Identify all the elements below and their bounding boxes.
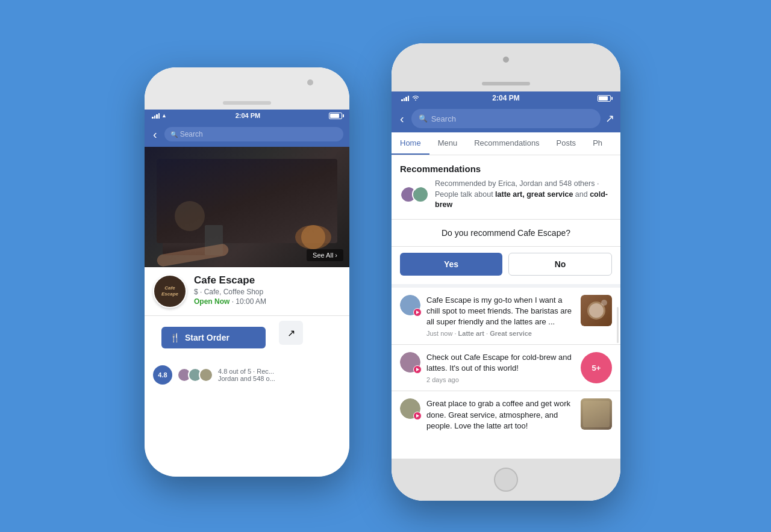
back-status-bar: ▲ 2:04 PM	[145, 110, 349, 122]
tab-posts[interactable]: Posts	[548, 132, 585, 155]
front-camera-icon	[503, 57, 509, 63]
front-battery-icon	[598, 95, 611, 102]
rating-text-area: 4.8 out of 5 · Rec... Jordan and 548 o..…	[218, 368, 275, 382]
review-text-3: Great place to grab a coffee and get wor…	[426, 398, 575, 431]
cafe-hero-image: See All ›	[145, 147, 349, 267]
back-battery-icon	[329, 113, 342, 119]
front-search-text: Search	[431, 114, 456, 123]
share-icon: ↗	[287, 327, 295, 339]
front-wifi-icon	[412, 95, 419, 102]
play-badge-3	[413, 412, 422, 420]
rec-avatar-2	[412, 186, 429, 203]
cafe-hours: · 10:00 AM	[232, 297, 266, 306]
recommend-question-text: Do you recommend Cafe Escape?	[392, 220, 620, 247]
back-speaker-icon	[223, 101, 271, 105]
recommendation-summary: Recommended by Erica, Jordan and 548 oth…	[392, 179, 620, 220]
front-home-button[interactable]	[494, 468, 518, 492]
front-status-time: 2:04 PM	[492, 94, 519, 102]
front-search-icon: 🔍	[419, 114, 428, 123]
cafe-info-section: CafeEscape Cafe Escape $ · Cafe, Coffee …	[145, 267, 349, 316]
back-status-time: 2:04 PM	[236, 112, 261, 119]
back-search-icon: 🔍	[170, 131, 178, 138]
signal-bar-4	[158, 113, 160, 119]
review-item-1: Cafe Escape is my go-to when I want a ch…	[392, 288, 620, 345]
recommend-buttons: Yes No	[392, 247, 620, 288]
play-badge-2	[413, 365, 422, 374]
review-avatar-3	[400, 398, 420, 419]
recommendations-header: Recommendations	[392, 155, 620, 179]
review-meta-1: Just now · Latte art · Great service	[426, 330, 575, 337]
review-time-2: 2 days ago	[426, 376, 459, 383]
review-meta-2: 2 days ago	[426, 376, 575, 383]
front-phone: 2:04 PM ‹ 🔍 Search ↗	[392, 43, 620, 501]
rec-friend-avatars	[400, 179, 429, 211]
back-phone: ▲ 2:04 PM ‹ 🔍 Search	[145, 67, 349, 477]
review-text-1: Cafe Escape is my go-to when I want a ch…	[426, 295, 575, 328]
review-tag-1a: Latte art	[458, 330, 484, 337]
back-signal-bars-icon	[152, 113, 160, 119]
no-button[interactable]: No	[508, 253, 612, 276]
front-share-button[interactable]: ↗	[605, 112, 614, 125]
review-item-2: Check out Cafe Escape for cold-brew and …	[392, 345, 620, 391]
play-badge-1	[413, 308, 422, 317]
rating-subtext: Jordan and 548 o...	[218, 375, 275, 382]
back-search-bar[interactable]: 🔍 Search	[164, 127, 343, 141]
start-order-button[interactable]: 🍴 Start Order	[161, 327, 266, 348]
rating-value: 4.8	[158, 371, 167, 379]
cafe-details: Cafe Escape $ · Cafe, Coffee Shop Open N…	[194, 274, 341, 306]
front-battery-area	[598, 95, 611, 102]
front-signal-area	[401, 95, 419, 102]
see-all-button[interactable]: See All ›	[307, 249, 343, 261]
see-all-label: See All	[313, 252, 333, 259]
front-speaker-icon	[482, 82, 530, 85]
back-signal-area: ▲	[152, 113, 167, 119]
scrollbar	[617, 307, 619, 343]
front-phone-bezel-bottom	[392, 459, 620, 501]
front-content-area[interactable]: Recommendations Recommended by	[392, 155, 620, 459]
recommend-question-section: Do you recommend Cafe Escape? Yes No	[392, 220, 620, 288]
rating-avatars	[177, 368, 213, 382]
cafe-logo: CafeEscape	[153, 274, 187, 308]
back-phone-bezel-top	[145, 67, 349, 110]
rating-avatar-3	[199, 368, 213, 382]
cafe-status: Open Now · 10:00 AM	[194, 297, 341, 306]
tab-photos[interactable]: Ph	[584, 132, 602, 155]
review-content-2: Check out Cafe Escape for cold-brew and …	[426, 352, 575, 383]
chevron-right-icon: ›	[335, 252, 337, 259]
signal-bar-1	[152, 117, 154, 119]
review-tag-1b: Great service	[490, 330, 532, 337]
back-nav-bar: ‹ 🔍 Search	[145, 122, 349, 147]
cafe-name: Cafe Escape	[194, 274, 341, 286]
back-search-placeholder: Search	[180, 130, 203, 138]
review-text-2: Check out Cafe Escape for cold-brew and …	[426, 352, 575, 374]
back-content: See All › CafeEscape Cafe Escape $ · Caf…	[145, 147, 349, 477]
front-phone-bezel-top	[392, 43, 620, 91]
rating-text: 4.8 out of 5 · Rec...	[218, 368, 275, 375]
phones-container: ▲ 2:04 PM ‹ 🔍 Search	[139, 31, 632, 501]
back-camera-icon	[307, 79, 313, 85]
front-signal-bars-icon	[401, 95, 409, 101]
review-time-1: Just now	[426, 330, 452, 337]
review-thumb-3	[581, 398, 612, 430]
tab-home[interactable]: Home	[392, 132, 429, 155]
share-page-button[interactable]: ↗	[279, 321, 303, 345]
rating-section: 4.8 4.8 out of 5 · Rec... Jordan and 548…	[145, 359, 349, 391]
review-thumb-1	[581, 295, 612, 326]
front-status-bar: 2:04 PM	[392, 91, 620, 105]
back-wifi-icon: ▲	[161, 113, 167, 119]
cafe-category: $ · Cafe, Coffee Shop	[194, 288, 341, 296]
review-thumb-2: 5+	[581, 352, 612, 383]
tab-menu[interactable]: Menu	[429, 132, 466, 155]
back-back-button[interactable]: ‹	[151, 128, 160, 141]
front-nav-bar: ‹ 🔍 Search ↗	[392, 105, 620, 132]
yes-button[interactable]: Yes	[400, 253, 502, 276]
front-search-bar[interactable]: 🔍 Search	[411, 109, 601, 128]
review-content-1: Cafe Escape is my go-to when I want a ch…	[426, 295, 575, 338]
rating-badge: 4.8	[153, 365, 172, 385]
action-buttons-area: 🍴 Start Order ↗	[145, 316, 349, 359]
front-back-button[interactable]: ‹	[398, 112, 407, 126]
tab-recommendations[interactable]: Recommendations	[466, 132, 548, 155]
signal-bar-3	[156, 114, 158, 119]
open-now-label: Open Now	[194, 297, 229, 306]
review-content-3: Great place to grab a coffee and get wor…	[426, 398, 575, 434]
